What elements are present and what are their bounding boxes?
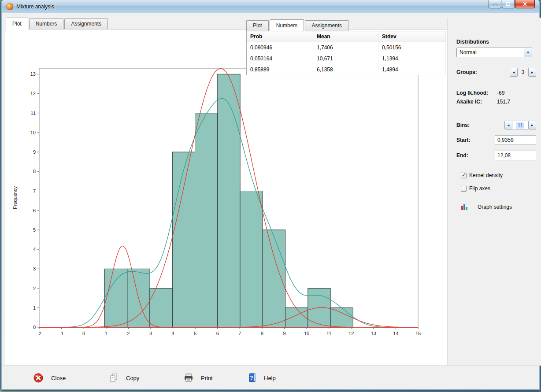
kernel-density-checkbox[interactable] — [461, 173, 467, 178]
overlay-tab-numbers-label: Numbers — [276, 22, 298, 29]
kernel-density-label: Kernel density — [469, 172, 503, 178]
copy-toolbar-button[interactable]: Copy — [104, 370, 144, 386]
akaike-label: Akaike IC: — [456, 99, 497, 106]
end-input[interactable] — [495, 151, 536, 160]
cell-stdev[interactable]: 1,1394 — [378, 53, 446, 64]
close-button[interactable] — [515, 0, 535, 8]
svg-text:11: 11 — [31, 111, 36, 116]
minimize-icon — [493, 2, 497, 6]
graph-settings-button[interactable]: Graph settings — [456, 203, 536, 211]
main-tab-strip: Plot Numbers Assignments — [6, 18, 109, 29]
groups-value: 3 — [518, 69, 528, 75]
maximize-button[interactable] — [502, 0, 515, 8]
tab-plot[interactable]: Plot — [6, 18, 28, 30]
end-row: End: — [456, 151, 536, 160]
distributions-dropdown[interactable]: Normal ▾ — [456, 48, 532, 57]
title-bar[interactable]: Mixture analysis — [2, 0, 539, 13]
close-toolbar-label: Close — [51, 375, 66, 381]
svg-text:6: 6 — [216, 331, 219, 336]
svg-text:3: 3 — [149, 331, 152, 336]
svg-text:13: 13 — [371, 331, 376, 336]
overlay-tab-plot[interactable]: Plot — [246, 20, 269, 31]
svg-text:10: 10 — [30, 130, 36, 135]
overlay-tab-assignments[interactable]: Assignments — [305, 20, 348, 31]
graph-settings-label: Graph settings — [478, 204, 512, 210]
start-input[interactable] — [495, 135, 536, 145]
bins-row: Bins: ◂ 11 ▸ — [456, 121, 536, 129]
svg-text:1: 1 — [105, 331, 107, 336]
svg-text:7: 7 — [33, 189, 36, 194]
tab-assignments-label: Assignments — [71, 21, 101, 27]
spinner-left-icon[interactable]: ◂ — [504, 121, 512, 129]
svg-text:9: 9 — [33, 149, 36, 155]
tab-assignments[interactable]: Assignments — [64, 18, 108, 29]
numbers-overlay-panel: Plot Numbers Assignments Prob Mean Stdev — [246, 19, 445, 75]
flip-axes-option[interactable]: Flip axes — [456, 185, 536, 192]
cell-prob[interactable]: 0,050164 — [247, 53, 313, 64]
table-row[interactable]: 0,85889 6,1358 1,4894 — [247, 64, 446, 75]
overlay-tab-assignments-label: Assignments — [311, 22, 342, 29]
window-content: Plot Numbers Assignments 012345678910111… — [2, 14, 539, 389]
svg-text:7: 7 — [238, 331, 241, 336]
overlay-tab-plot-label: Plot — [253, 22, 262, 29]
print-toolbar-label: Print — [201, 375, 213, 381]
overlay-tab-strip: Plot Numbers Assignments — [246, 19, 445, 31]
column-header-stdev[interactable]: Stdev — [378, 31, 446, 42]
svg-text:8: 8 — [261, 331, 263, 336]
cell-stdev[interactable]: 0,50156 — [378, 42, 446, 53]
app-window: Mixture analysis Plot Numbers Assignment… — [1, 0, 540, 390]
svg-text:-2: -2 — [37, 331, 41, 336]
bar-chart-icon — [461, 203, 468, 211]
cell-prob[interactable]: 0,090946 — [247, 42, 313, 53]
chevron-down-icon[interactable]: ▾ — [524, 48, 532, 57]
table-header-row: Prob Mean Stdev — [247, 31, 446, 42]
window-title: Mixture analysis — [16, 4, 54, 10]
akaike-row: Akaike IC: 151,7 — [456, 99, 536, 106]
bins-label: Bins: — [456, 122, 470, 128]
flip-axes-label: Flip axes — [469, 185, 490, 192]
tab-numbers[interactable]: Numbers — [29, 18, 64, 29]
table-row[interactable]: 0,050164 10,671 1,1394 — [247, 53, 446, 64]
column-header-prob[interactable]: Prob — [247, 31, 313, 42]
cell-prob[interactable]: 0,85889 — [247, 64, 313, 75]
groups-row: Groups: ◂ 3 ▸ — [456, 68, 536, 77]
svg-text:2: 2 — [127, 331, 130, 336]
svg-text:10: 10 — [304, 331, 309, 336]
help-toolbar-button[interactable]: ? Help — [243, 370, 280, 386]
tab-plot-label: Plot — [12, 21, 22, 27]
print-toolbar-button[interactable]: Print — [179, 370, 217, 386]
spinner-right-icon[interactable]: ▸ — [528, 121, 536, 129]
overlay-tab-numbers[interactable]: Numbers — [270, 19, 304, 31]
plot-panel: 012345678910111213-2-1012345678910111213… — [5, 29, 447, 366]
cell-mean[interactable]: 1,7406 — [313, 42, 378, 53]
kernel-density-option[interactable]: Kernel density — [456, 172, 536, 179]
flip-axes-checkbox[interactable] — [461, 186, 467, 192]
cell-mean[interactable]: 6,1358 — [313, 64, 378, 75]
svg-text:4: 4 — [33, 247, 36, 252]
groups-label: Groups: — [456, 69, 477, 75]
end-label: End: — [456, 152, 468, 159]
app-icon — [6, 3, 13, 10]
cell-stdev[interactable]: 1,4894 — [378, 64, 446, 75]
spinner-left-icon[interactable]: ◂ — [510, 68, 518, 77]
svg-text:6: 6 — [33, 208, 36, 213]
bins-value[interactable]: 11 — [512, 121, 528, 129]
table-row[interactable]: 0,090946 1,7406 0,50156 — [247, 42, 446, 53]
svg-text:2: 2 — [33, 286, 36, 291]
svg-text:5: 5 — [33, 227, 36, 233]
minimize-button[interactable] — [489, 0, 501, 8]
cell-mean[interactable]: 10,671 — [313, 53, 378, 64]
help-toolbar-label: Help — [264, 375, 276, 381]
bins-stepper: ◂ 11 ▸ — [504, 121, 536, 129]
svg-text:-1: -1 — [59, 331, 64, 336]
svg-text:5: 5 — [194, 331, 196, 336]
start-label: Start: — [456, 137, 470, 143]
distributions-value: Normal — [457, 49, 524, 55]
close-icon — [522, 2, 527, 6]
svg-text:8: 8 — [33, 169, 36, 174]
svg-text:11: 11 — [326, 331, 331, 336]
akaike-value: 151,7 — [497, 99, 510, 106]
spinner-right-icon[interactable]: ▸ — [528, 68, 536, 77]
close-toolbar-button[interactable]: Close — [29, 370, 70, 386]
column-header-mean[interactable]: Mean — [313, 31, 378, 42]
